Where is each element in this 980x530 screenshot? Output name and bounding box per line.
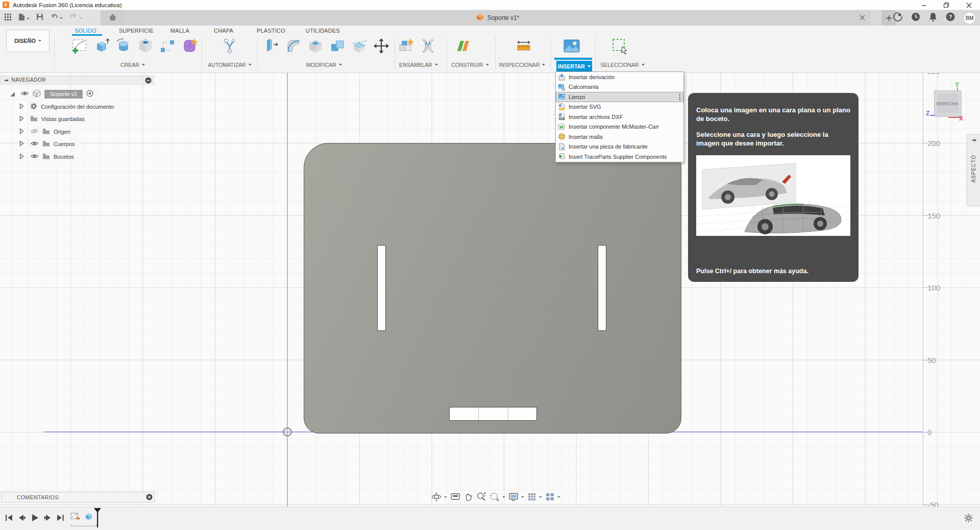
eye-hidden-icon[interactable]: [30, 128, 39, 135]
split-body-icon[interactable]: [350, 37, 369, 55]
combine-icon[interactable]: [328, 37, 347, 55]
group-label-automatizar[interactable]: AUTOMATIZAR: [194, 62, 265, 68]
job-status-clock-icon[interactable]: [911, 12, 921, 24]
menu-item-insert-manufacturer-part[interactable]: Insertar una pieza de fabricante: [556, 142, 683, 152]
part-slot-bottom[interactable]: [449, 407, 537, 421]
menu-item-insert-mcmaster[interactable]: M Insertar componente McMaster-Carr: [556, 122, 683, 132]
fillet-icon[interactable]: [284, 37, 303, 55]
eye-icon[interactable]: [20, 90, 29, 98]
menu-item-insert-dxf[interactable]: DXF Insertar archivos DXF: [556, 112, 683, 122]
comments-bar[interactable]: COMENTARIOS: [1, 492, 155, 502]
tab-superficie[interactable]: SUPERFICIE: [119, 28, 154, 34]
undo-icon[interactable]: [50, 13, 63, 22]
file-menu-icon[interactable]: [18, 13, 30, 23]
notifications-bell-icon[interactable]: [928, 12, 938, 24]
more-options-icon[interactable]: [679, 94, 681, 100]
menu-item-insert-traceparts[interactable]: Insert TraceParts Supplier Components: [556, 152, 683, 162]
menu-item-decal[interactable]: Calcomanía: [556, 82, 683, 92]
press-pull-icon[interactable]: [262, 37, 281, 55]
help-icon[interactable]: ?: [945, 12, 955, 24]
look-at-icon[interactable]: [450, 492, 460, 501]
eye-icon[interactable]: [30, 153, 39, 160]
tab-solido[interactable]: SOLIDO: [75, 28, 96, 34]
document-tab[interactable]: Soporte v1*: [125, 10, 871, 26]
app-grid-icon[interactable]: [5, 13, 11, 22]
shell-icon[interactable]: [306, 37, 325, 55]
eye-icon[interactable]: [30, 140, 39, 148]
expander-closed-icon[interactable]: [19, 153, 24, 160]
part-body[interactable]: [304, 143, 681, 433]
tab-malla[interactable]: MALLA: [170, 28, 189, 34]
tab-plastico[interactable]: PLÁSTICO: [257, 28, 285, 34]
construction-plane-icon[interactable]: [454, 37, 472, 55]
step-forward-icon[interactable]: [44, 514, 52, 523]
redo-icon[interactable]: [69, 13, 82, 22]
settings-gear-icon[interactable]: [964, 514, 973, 524]
viewcube-face-label[interactable]: DERECHA: [937, 93, 958, 113]
menu-item-insert-derive[interactable]: Insertar derivación: [556, 72, 683, 82]
expander-closed-icon[interactable]: [19, 140, 24, 148]
orbit-icon[interactable]: [431, 492, 447, 502]
zoom-window-icon[interactable]: [489, 492, 505, 502]
menu-item-insert-mesh[interactable]: Insertar malla: [556, 132, 683, 142]
group-label-insertar[interactable]: INSERTAR: [556, 61, 592, 71]
restore-button[interactable]: [935, 0, 958, 10]
extrude-icon[interactable]: [92, 37, 111, 55]
insert-image-icon[interactable]: [562, 37, 581, 55]
sketch-origin-point[interactable]: [283, 427, 292, 437]
extensions-icon[interactable]: [893, 12, 903, 24]
form-icon[interactable]: [180, 37, 199, 55]
go-to-end-icon[interactable]: [57, 514, 64, 523]
hole-icon[interactable]: [136, 37, 155, 55]
play-icon[interactable]: [31, 514, 39, 524]
part-slot-right[interactable]: [598, 245, 606, 331]
viewcube[interactable]: DERECHA: [934, 90, 961, 116]
minimize-button[interactable]: [913, 0, 935, 10]
user-avatar[interactable]: BM: [963, 12, 976, 25]
joint-icon[interactable]: [419, 37, 437, 55]
tree-row-saved-views[interactable]: Vistas guardadas: [19, 113, 90, 125]
close-window-button[interactable]: [958, 0, 980, 10]
move-icon[interactable]: [372, 37, 390, 55]
activate-component-icon[interactable]: [86, 90, 93, 98]
grid-settings-icon[interactable]: [527, 492, 542, 501]
expander-closed-icon[interactable]: [19, 115, 24, 123]
home-view-button[interactable]: [101, 10, 125, 26]
expander-open-icon[interactable]: [10, 92, 15, 97]
collapse-left-icon[interactable]: ◀◀: [4, 78, 8, 82]
timeline-sketch-feature-icon[interactable]: [70, 512, 80, 523]
aspect-panel-tab[interactable]: ◀◀ ASPECTO: [967, 134, 980, 206]
group-label-crear[interactable]: CREAR: [102, 62, 163, 68]
add-comment-icon[interactable]: [146, 494, 153, 501]
display-settings-icon[interactable]: [508, 492, 524, 501]
tab-utilidades[interactable]: UTILIDADES: [306, 28, 340, 34]
viewports-icon[interactable]: [545, 492, 560, 501]
pattern-icon[interactable]: [158, 37, 177, 55]
pan-icon[interactable]: [463, 492, 473, 502]
workspace-selector[interactable]: DISEÑO: [6, 30, 50, 52]
measure-icon[interactable]: [514, 37, 533, 55]
select-icon[interactable]: [610, 37, 629, 55]
menu-item-canvas[interactable]: Lienzo: [556, 92, 683, 102]
tree-row-origin[interactable]: Origen: [19, 126, 76, 138]
timeline-extrude-feature-icon[interactable]: [84, 512, 93, 523]
expander-closed-icon[interactable]: [19, 103, 24, 110]
automate-icon[interactable]: [220, 37, 239, 55]
step-back-icon[interactable]: [18, 514, 26, 523]
zoom-icon[interactable]: [476, 492, 486, 502]
save-icon[interactable]: [36, 13, 43, 22]
root-component-label[interactable]: Soporte v1: [44, 90, 83, 99]
part-slot-left[interactable]: [377, 245, 386, 331]
tree-row-sketches[interactable]: Bocetos: [19, 151, 79, 163]
timeline-playhead[interactable]: [93, 508, 102, 530]
group-label-modificar[interactable]: MODIFICAR: [288, 62, 360, 68]
expander-closed-icon[interactable]: [19, 128, 24, 135]
navigator-header[interactable]: ◀◀ NAVEGADOR: [0, 76, 154, 84]
go-to-start-icon[interactable]: [5, 514, 13, 523]
tree-row-root[interactable]: Soporte v1: [10, 88, 99, 100]
tab-chapa[interactable]: CHAPA: [214, 28, 233, 34]
tree-row-bodies[interactable]: Cuerpos: [19, 138, 80, 150]
menu-item-insert-svg[interactable]: SVG Insertar SVG: [556, 102, 683, 112]
collapse-circle-icon[interactable]: [145, 77, 152, 85]
revolve-icon[interactable]: [114, 37, 133, 55]
